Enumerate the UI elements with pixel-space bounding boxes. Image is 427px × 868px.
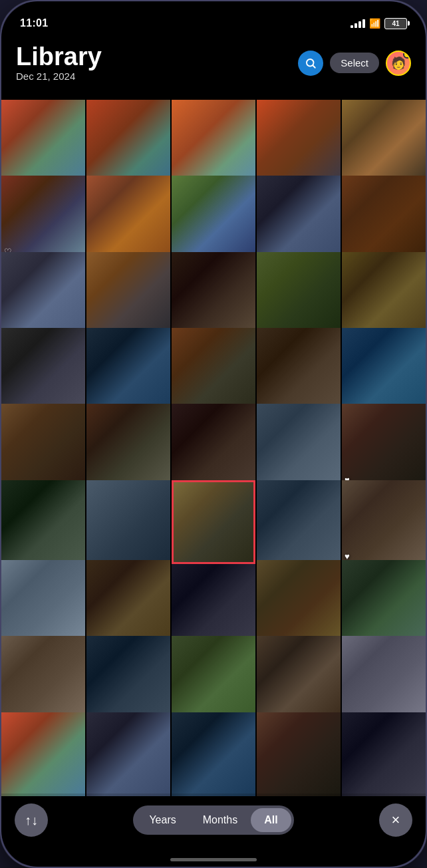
photo-cell[interactable]: [257, 252, 341, 336]
photo-cell[interactable]: [342, 176, 426, 259]
photo-cell[interactable]: [172, 404, 255, 488]
search-button[interactable]: [298, 51, 323, 76]
header-right: Select 🧑: [298, 51, 411, 76]
photo-cell[interactable]: [86, 636, 170, 720]
wifi-icon: 📶: [369, 18, 380, 29]
photo-cell[interactable]: ♥: [342, 404, 426, 488]
photo-cell[interactable]: [86, 480, 170, 564]
photo-cell[interactable]: [86, 252, 170, 336]
home-indicator: [170, 858, 257, 861]
photo-cell[interactable]: [172, 560, 255, 644]
sort-button[interactable]: ↑↓: [15, 803, 48, 837]
photo-cell[interactable]: [342, 636, 426, 720]
photo-cell[interactable]: [1, 328, 85, 412]
photo-cell[interactable]: [257, 176, 341, 259]
photo-cell[interactable]: [1, 636, 85, 720]
photo-cell[interactable]: [86, 712, 170, 796]
photo-grid: ♡ ♥ ♥: [1, 1, 426, 867]
page-title: Library: [16, 44, 102, 69]
bottom-toolbar: ↑↓ Years Months All ×: [1, 794, 426, 867]
photo-cell[interactable]: [86, 560, 170, 644]
photo-cell[interactable]: [172, 712, 255, 796]
photo-cell[interactable]: [257, 328, 341, 412]
photo-cell[interactable]: ♥: [342, 480, 426, 564]
photo-cell[interactable]: [86, 176, 170, 259]
photo-cell[interactable]: [342, 328, 426, 412]
screen: 11:01 📶 41 Library Dec 21, 2024: [1, 1, 426, 867]
header-left: Library Dec 21, 2024: [16, 44, 102, 82]
photo-cell[interactable]: [1, 404, 85, 488]
photo-cell[interactable]: [86, 100, 170, 184]
status-time: 11:01: [20, 17, 48, 29]
notch: [170, 1, 257, 25]
view-tabs: Years Months All: [133, 805, 293, 835]
photo-cell[interactable]: [257, 480, 341, 564]
photo-cell[interactable]: [172, 176, 255, 259]
close-button[interactable]: ×: [379, 803, 412, 837]
svg-line-1: [313, 65, 315, 67]
photo-cell[interactable]: [1, 100, 85, 184]
photo-cell[interactable]: [86, 404, 170, 488]
photo-cell[interactable]: [1, 712, 85, 796]
photo-cell[interactable]: [257, 404, 341, 488]
select-button[interactable]: Select: [330, 53, 379, 73]
photo-cell[interactable]: [172, 252, 255, 336]
tab-months[interactable]: Months: [190, 808, 251, 832]
photo-cell[interactable]: [172, 100, 255, 184]
photo-cell-selected[interactable]: [172, 480, 255, 564]
battery-icon: 41: [384, 18, 407, 29]
status-icons: 📶 41: [351, 18, 407, 29]
photo-cell[interactable]: [257, 560, 341, 644]
avatar-emoji: 🧑: [391, 56, 406, 71]
photo-cell[interactable]: [342, 100, 426, 184]
photo-cell[interactable]: [257, 636, 341, 720]
tab-years[interactable]: Years: [136, 808, 189, 832]
header-date: Dec 21, 2024: [16, 71, 102, 82]
photo-cell[interactable]: [1, 480, 85, 564]
signal-icon: [351, 19, 365, 28]
photo-cell[interactable]: [172, 328, 255, 412]
photo-cell[interactable]: [257, 100, 341, 184]
tab-all[interactable]: All: [251, 808, 291, 832]
sort-icon: ↑↓: [25, 813, 38, 828]
photo-cell[interactable]: [86, 328, 170, 412]
photo-cell[interactable]: [257, 712, 341, 796]
header: Library Dec 21, 2024 Select 🧑: [1, 37, 426, 87]
avatar-dot: [403, 51, 411, 59]
photo-cell[interactable]: ♡: [1, 176, 85, 259]
photo-cell[interactable]: [172, 636, 255, 720]
photo-cell[interactable]: [1, 560, 85, 644]
avatar-button[interactable]: 🧑: [386, 51, 411, 76]
photo-cell[interactable]: [342, 560, 426, 644]
photo-cell[interactable]: [1, 252, 85, 336]
close-icon: ×: [392, 811, 400, 829]
photo-cell[interactable]: [342, 712, 426, 796]
phone-frame: 11:01 📶 41 Library Dec 21, 2024: [0, 0, 427, 868]
photo-cell[interactable]: [342, 252, 426, 336]
